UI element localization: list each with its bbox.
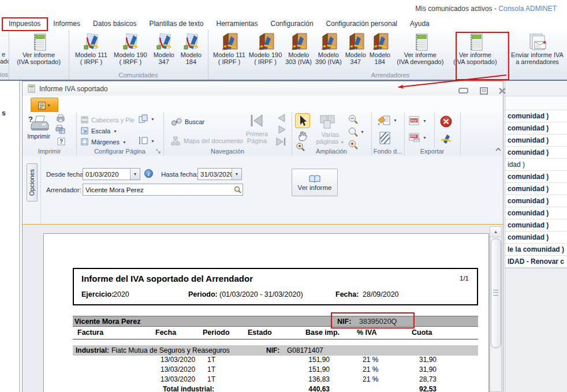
dialog-launcher-icon[interactable]: [156, 149, 161, 154]
report-page: Informe del IVA soportado del Arrendador…: [43, 233, 489, 392]
scrollbar-thumb[interactable]: [491, 238, 501, 348]
list-item[interactable]: comunidad ): [505, 232, 567, 244]
aeat-export-icon[interactable]: [440, 134, 452, 144]
chevron-down-icon[interactable]: ▼: [113, 129, 117, 133]
zoom-out-icon[interactable]: [348, 114, 359, 125]
minimize-button[interactable]: [457, 87, 469, 95]
menu-item[interactable]: Plantillas de texto: [149, 20, 203, 28]
ejercicio-label: Ejercicio:: [81, 290, 114, 298]
preview-menu-tab[interactable]: ▼: [31, 98, 58, 113]
help-icon[interactable]: ?: [57, 137, 65, 145]
orientation-icon[interactable]: [139, 136, 148, 145]
first-page-label[interactable]: Primera Página: [244, 130, 270, 144]
list-item[interactable]: le la comunidad ): [505, 244, 567, 256]
aeat-door-icon: [220, 32, 238, 51]
pointer-tool-icon[interactable]: [295, 113, 310, 128]
arrendador-input[interactable]: Vicente Mora Perez: [83, 184, 243, 196]
list-item[interactable]: idad ): [505, 159, 567, 171]
modelo-button[interactable]: Modelo 347: [154, 31, 174, 65]
varias-paginas-label[interactable]: Varias páginas ▼: [316, 131, 345, 146]
print-options-icon[interactable]: [55, 125, 65, 134]
send-pdf-icon[interactable]: PDF: [409, 133, 420, 142]
search-icon[interactable]: [232, 186, 243, 193]
export-pdf-icon[interactable]: PDF: [409, 116, 420, 125]
row-iva: 21 %: [363, 375, 378, 383]
list-item[interactable]: comunidad ): [505, 110, 567, 122]
toolbar-group-ampliacion: Varias páginas ▼ ▼ Ampliación: [292, 112, 372, 156]
scroll-up-icon[interactable]: ▲: [490, 227, 501, 237]
modelo-button[interactable]: Modelo 184: [181, 31, 202, 65]
modelo-button[interactable]: Modelo 347: [345, 31, 366, 65]
list-item[interactable]: comunidad ): [505, 147, 567, 159]
list-item[interactable]: comunidad ): [505, 135, 567, 147]
maximize-button[interactable]: [478, 87, 490, 95]
ver-informe-soportado-arrendadores-button[interactable]: Ver informe (IVA soportado): [450, 31, 500, 65]
list-item[interactable]: comunidad ): [505, 207, 567, 219]
button-label: (IVA devengado): [397, 58, 443, 65]
dialog-title-bar[interactable]: Informe IVA soportado: [23, 81, 503, 96]
menu-item[interactable]: Datos básicos: [93, 20, 136, 28]
prev-page-icon[interactable]: [277, 114, 286, 122]
chevron-down-icon[interactable]: ▼: [122, 140, 126, 144]
modelo-button[interactable]: Modelo 111 ( IRPF ): [75, 31, 107, 65]
clipped-button-text: ado): [0, 58, 9, 65]
list-item[interactable]: comunidad ): [505, 171, 567, 183]
hand-tool-icon[interactable]: [296, 129, 309, 142]
chevron-down-icon[interactable]: ▼: [151, 117, 155, 121]
mapa-label[interactable]: Mapa del documento: [184, 137, 243, 144]
list-item[interactable]: comunidad ): [505, 183, 567, 195]
hasta-fecha-combobox[interactable]: 31/03/2020 ▼: [197, 168, 242, 180]
caption-left: Mis comunicados activos -: [415, 5, 497, 13]
chevron-down-icon[interactable]: ▼: [393, 118, 397, 122]
chevron-down-icon[interactable]: ▼: [423, 119, 427, 123]
menu-item[interactable]: Configuración personal: [326, 20, 397, 28]
copies-icon[interactable]: [139, 114, 148, 123]
preview-scrollbar[interactable]: ▲: [490, 226, 502, 392]
multi-page-icon[interactable]: [319, 114, 340, 129]
info-icon[interactable]: i: [144, 169, 153, 178]
menu-item[interactable]: Informes: [53, 20, 80, 28]
opciones-tab[interactable]: Opciones: [27, 163, 38, 201]
modelo-button[interactable]: Modelo 184: [370, 31, 390, 65]
fill-color-icon[interactable]: [377, 115, 391, 126]
collapse-ribbon-icon[interactable]: [495, 147, 502, 152]
chevron-down-icon[interactable]: ▼: [151, 139, 155, 143]
modelo-button[interactable]: Modelo 111 ( IRPF ): [213, 31, 245, 65]
chevron-down-icon[interactable]: ▼: [130, 169, 140, 180]
quick-print-icon[interactable]: [56, 114, 65, 122]
list-item[interactable]: comunidad ): [505, 122, 567, 135]
close-preview-icon[interactable]: [440, 115, 452, 128]
menu-item[interactable]: Ayuda: [410, 20, 430, 28]
watermark-icon[interactable]: [379, 132, 390, 144]
menu-item[interactable]: Impuestos: [9, 20, 40, 28]
imprimir-button[interactable]: ? Imprimir: [25, 114, 53, 140]
chevron-down-icon[interactable]: ▼: [423, 136, 427, 140]
close-icon[interactable]: [496, 87, 509, 95]
cabecera-label[interactable]: Cabecera y Pie: [91, 117, 135, 124]
last-page-icon[interactable]: [275, 137, 287, 146]
first-page-icon[interactable]: [248, 114, 264, 128]
escala-label[interactable]: Escala: [91, 128, 110, 135]
chevron-down-icon[interactable]: ▼: [360, 130, 364, 134]
next-page-icon[interactable]: [278, 125, 287, 134]
modelo-button[interactable]: Modelo 190 ( IRPF ): [114, 31, 147, 65]
list-item[interactable]: IDAD - Renovar c: [505, 256, 567, 268]
modelo-button[interactable]: Modelo 190 ( IRPF ): [249, 31, 282, 65]
ver-informe-button[interactable]: Ver informe: [292, 169, 338, 196]
enviar-informe-button[interactable]: Enviar informe IVA a arrendadores: [508, 31, 567, 65]
modelo-button[interactable]: Modelo 390 (IVA): [315, 31, 342, 65]
desde-fecha-combobox[interactable]: 01/03/2020 ▼: [83, 168, 140, 180]
margenes-label[interactable]: Márgenes: [91, 139, 120, 145]
menu-item[interactable]: Configuración: [271, 20, 314, 28]
chevron-down-icon[interactable]: ▼: [232, 169, 241, 180]
buscar-label[interactable]: Buscar: [185, 118, 204, 125]
ver-informe-devengado-button[interactable]: Ver informe (IVA devengado): [394, 31, 447, 65]
ver-informe-soportado-button[interactable]: Ver informe (IVA soportado): [9, 31, 69, 65]
menu-item[interactable]: Herramientas: [216, 20, 258, 28]
list-item[interactable]: comunidad ): [505, 195, 567, 207]
zoom-level-icon[interactable]: [348, 127, 359, 137]
group-label: Fondo d...: [371, 148, 404, 155]
list-item[interactable]: comunidad ): [505, 219, 567, 232]
modelo-button[interactable]: Modelo 303 (IVA): [285, 31, 312, 65]
row-iva: 21 %: [363, 356, 378, 364]
